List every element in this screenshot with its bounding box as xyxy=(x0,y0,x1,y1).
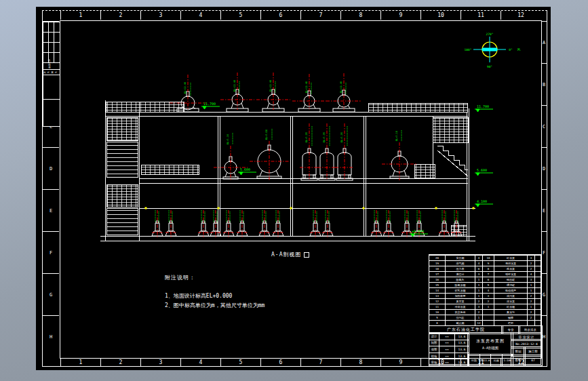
notes-heading: 附注说明： xyxy=(165,274,264,282)
drawing-title-line1: 水泵房布置图 xyxy=(476,338,505,344)
role-label: 审核 xyxy=(429,359,439,365)
equip-qty: 2 xyxy=(527,310,534,315)
equipment-tags: EL+12.40 EL+12.40 EL+12.40 EL+12.40 EL+1… xyxy=(184,80,398,144)
equip-remark xyxy=(534,315,541,320)
equip-code: 9 xyxy=(429,315,445,320)
compass-bar xyxy=(482,48,497,52)
equip-qty: 1 xyxy=(475,294,482,298)
equip-name: 排气阀 xyxy=(445,261,475,266)
equip-remark xyxy=(534,310,541,315)
equip-name: 热交换器 xyxy=(445,310,475,315)
equip-qty: 2 xyxy=(527,315,534,320)
equip-name: 加药装置 xyxy=(445,294,475,298)
equip-name: 除氧水箱 xyxy=(445,283,475,287)
role-label: 描图 xyxy=(429,346,439,353)
signature-row: 审核 ≈≈ 13.6 xyxy=(429,359,469,365)
compass: 270° 90° 180° 0° 风 xyxy=(465,33,521,68)
section-view-title-text: A-A剖视图 xyxy=(271,252,301,258)
svg-text:EL+7.35: EL+7.35 xyxy=(305,132,308,142)
equip-qty: 1 xyxy=(527,283,534,287)
sheet-value: 07 xyxy=(524,355,543,366)
equip-qty: 1 xyxy=(527,288,534,293)
equip-remark xyxy=(534,261,541,266)
svg-text:EL+7.35: EL+7.35 xyxy=(323,132,326,142)
equip-remark xyxy=(534,288,541,293)
equip-code: 4 xyxy=(482,288,494,293)
section-view-title: A-A剖视图 xyxy=(271,251,309,258)
equip-name: 冷却水泵 xyxy=(445,304,475,309)
elevation-flag-text: ±0.000 xyxy=(412,229,424,233)
equipment-table: 20 安全阀 4 10 给水泵 3 19 排气阀 4 9 凝结水泵 2 xyxy=(429,254,541,326)
equip-qty: 1 xyxy=(475,288,482,293)
equip-code: 7 xyxy=(482,272,494,277)
table-row: 18 压力表 6 8 疏水泵 2 xyxy=(429,266,541,271)
table-row: 15 除氧水箱 1 5 缓冲罐 1 xyxy=(429,282,541,287)
equip-qty xyxy=(527,321,534,325)
equip-remark xyxy=(534,272,541,277)
equip-name: 给水泵 xyxy=(494,256,527,260)
equip-name: 电动葫芦 xyxy=(494,288,527,293)
equip-name: 分汽缸 xyxy=(445,315,475,320)
roof-vessel xyxy=(298,91,320,112)
equip-qty: 1 xyxy=(527,304,534,309)
equip-remark xyxy=(534,321,541,325)
svg-text:EL+12.40: EL+12.40 xyxy=(184,82,187,94)
strip-cell: 比例 xyxy=(490,355,502,365)
strip-cell: 2013.6 xyxy=(479,355,491,365)
equip-code: 16 xyxy=(429,277,445,282)
notes-block: 附注说明： 1、地面设计标高EL+0.000 2、图中标高单位为m，其他尺寸单位… xyxy=(165,274,264,310)
compass-label-right: 0° xyxy=(509,48,513,52)
equip-name: 缓冲罐 xyxy=(494,283,527,287)
equip-name: 截止阀 xyxy=(445,321,475,325)
drawing-title-line2: A-A剖视图 xyxy=(482,346,498,350)
pump-tag-marks xyxy=(155,81,458,222)
equip-name: 压力表 xyxy=(445,266,475,271)
elevation-flag-text: 4.100 xyxy=(477,199,487,203)
elevation-flag-text: 5.600 xyxy=(477,168,487,172)
equip-name: 凝结水泵 xyxy=(494,261,527,266)
table-row: 9 分汽缸 1 钢梯 2 xyxy=(429,315,541,320)
equip-qty: 4 xyxy=(527,272,534,277)
equip-qty: 4 xyxy=(475,261,482,266)
sign-date: 13.6 xyxy=(454,334,469,340)
svg-text:EL+7.60: EL+7.60 xyxy=(265,129,268,140)
equip-name: 除氧头 xyxy=(445,277,475,282)
equip-qty: 3 xyxy=(475,272,482,277)
equip-qty: 3 xyxy=(527,277,534,282)
table-row: 10 热交换器 2 集水坑 2 xyxy=(429,309,541,315)
equip-code: 11 xyxy=(429,304,445,309)
drawing-title-box: 水泵房布置图 A-A剖视图 xyxy=(467,332,513,356)
note-line: 1、地面设计标高EL+0.000 xyxy=(165,292,264,300)
table-row: 20 安全阀 4 10 给水泵 3 xyxy=(429,255,541,260)
equip-remark xyxy=(534,283,541,287)
equip-name: 软化水箱 xyxy=(445,288,475,293)
equip-remark xyxy=(534,299,541,304)
svg-text:EL+12.40: EL+12.40 xyxy=(305,81,308,93)
table-row: 11 冷却水泵 3 1 给水箱 1 xyxy=(429,304,541,309)
elevation-flag-text: 5.600 xyxy=(240,167,250,172)
svg-text:EL+7.35: EL+7.35 xyxy=(340,132,343,142)
sign-date: 13.6 xyxy=(454,353,469,359)
signature-row: 制图 ≈≈ 13.6 xyxy=(429,340,469,346)
equip-remark xyxy=(534,256,541,260)
equip-name: 栏杆 xyxy=(494,321,527,325)
equip-code: 17 xyxy=(429,272,445,277)
sign-date: 13.6 xyxy=(454,346,469,353)
signature-row: 校核 ≈≈ 13.6 xyxy=(429,353,469,359)
scale-box-icon xyxy=(304,252,309,258)
revision-strip-label: 修改记录 xyxy=(48,59,51,69)
equip-qty: 1 xyxy=(475,277,482,282)
equip-qty: 1 xyxy=(475,315,482,320)
svg-text:EL+7.10: EL+7.10 xyxy=(395,131,398,141)
equip-code: 9 xyxy=(482,261,494,266)
table-row: 8 截止阀 12 栏杆 xyxy=(429,320,541,325)
equip-qty: 1 xyxy=(475,283,482,287)
signature: ≈≈ xyxy=(439,346,454,353)
equip-name: 液位计 xyxy=(445,272,475,277)
equip-name: 稳压罐 xyxy=(494,277,527,282)
note-line: 2、图中标高单位为m，其他尺寸单位为mm xyxy=(165,302,264,310)
signature: ≈≈ xyxy=(439,359,454,365)
equip-qty: 4 xyxy=(475,256,482,260)
equip-qty: 2 xyxy=(527,266,534,271)
equip-qty: 2 xyxy=(527,294,534,298)
